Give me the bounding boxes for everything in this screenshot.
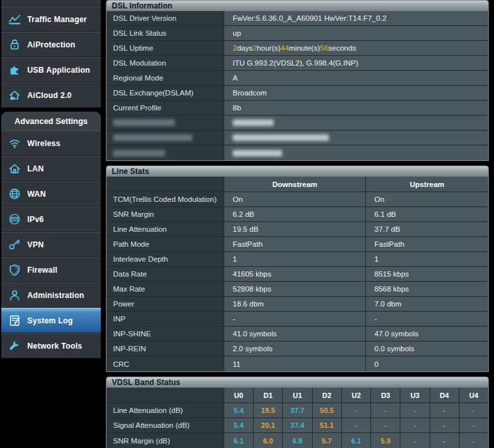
upstream-value: 7.0 dbm: [366, 297, 488, 311]
sidebar-item-label: System Log: [27, 316, 73, 325]
upstream-value: 47.0 symbols: [366, 327, 488, 341]
redacted-label-bar: [113, 150, 165, 156]
table-row: Data Rate41605 kbps8515 kbps: [107, 267, 488, 282]
lock-icon: [1, 38, 27, 51]
stat-label: INP-SHINE: [107, 327, 224, 341]
sidebar: Traffic Manager AiProtection USB Ap: [1, 0, 101, 358]
stat-label: SNR Margin (dB): [107, 433, 224, 448]
stat-label: CRC: [107, 356, 224, 371]
stat-value: 8b: [224, 101, 488, 115]
redacted-value-bar: [233, 119, 274, 126]
band-column-header: U0: [224, 388, 254, 403]
line-stats-header-row: Downstream Upstream: [107, 177, 488, 192]
uptime-number: 44: [281, 44, 289, 52]
table-row: Power18.6 dbm7.0 dbm: [107, 297, 488, 312]
table-row: TCM(Trellis Coded Modulation)OnOn: [107, 192, 488, 207]
ipv6-globe-icon: IPv6: [1, 212, 27, 226]
dsl-information-table: DSL Driver VersionFwVer:5.6.36.0_A_A6090…: [107, 11, 488, 160]
band-value: 51.1: [313, 418, 342, 432]
upstream-value: 0: [366, 356, 488, 371]
band-value: -: [342, 403, 371, 417]
sidebar-item-label: AiCloud 2.0: [27, 91, 72, 100]
table-row: [107, 116, 488, 131]
redacted-label-bar: [113, 119, 175, 126]
upstream-value: FastPath: [366, 237, 488, 251]
upstream-value: -: [366, 312, 488, 326]
sidebar-item-label: Firewall: [27, 266, 57, 275]
line-stats-table: TCM(Trellis Coded Modulation)OnOnSNR Mar…: [107, 192, 488, 371]
band-value: -: [430, 418, 460, 432]
band-value: -: [371, 403, 400, 417]
stat-label: DSL Driver Version: [107, 11, 224, 25]
downstream-value: 19.5 dB: [224, 222, 366, 236]
key-icon: [1, 238, 27, 251]
band-value: 5.9: [371, 433, 400, 448]
band-value: 37.4: [283, 418, 312, 432]
sidebar-item-lan[interactable]: LAN: [1, 156, 101, 181]
band-value: -: [400, 418, 430, 432]
sidebar-item-usb-application[interactable]: USB Application: [1, 57, 101, 82]
band-value: 19.5: [254, 403, 283, 417]
uptime-unit: seconds: [328, 44, 356, 52]
downstream-value: 18.6 dbm: [224, 297, 366, 311]
downstream-value: 1: [224, 252, 366, 266]
sidebar-item-wireless[interactable]: Wireless: [1, 131, 101, 156]
table-row: [107, 131, 488, 145]
stat-label: DSL Link Status: [107, 26, 224, 40]
sidebar-item-administration[interactable]: Administration: [1, 282, 101, 308]
upstream-value: 0.0 symbols: [366, 342, 488, 356]
downstream-value: On: [224, 192, 366, 206]
table-row: INP--: [107, 312, 488, 327]
table-row: Signal Attenuation (dB)5.420.137.451.1--…: [107, 418, 488, 433]
table-row: DSL ModulationITU G.993.2(VDSL2), G.998.…: [107, 56, 488, 71]
band-value: 37.7: [283, 403, 312, 417]
sidebar-item-firewall[interactable]: Firewall: [1, 257, 101, 282]
sidebar-item-system-log[interactable]: System Log: [1, 308, 101, 333]
sidebar-general-section: Traffic Manager AiProtection USB Ap: [1, 0, 101, 108]
sidebar-item-vpn[interactable]: VPN: [1, 232, 101, 257]
stat-label: DSL Modulation: [107, 56, 224, 70]
sidebar-item-label: Wireless: [27, 139, 60, 148]
sidebar-item-aicloud[interactable]: AiCloud 2.0: [1, 82, 101, 108]
sidebar-item-label: VPN: [27, 240, 44, 249]
band-value: 5.4: [224, 403, 254, 417]
stat-label: [107, 131, 224, 145]
table-row: [107, 145, 488, 160]
sidebar-item-ipv6[interactable]: IPv6 IPv6: [1, 206, 101, 232]
person-icon: [1, 288, 27, 302]
stat-label: INP: [107, 312, 224, 326]
sidebar-item-label: Traffic Manager: [27, 15, 87, 24]
table-row: INP-REIN2.0 symbols0.0 symbols: [107, 342, 488, 356]
sidebar-item-network-tools[interactable]: Network Tools: [1, 333, 101, 358]
band-value: -: [460, 403, 488, 417]
uptime-unit: days: [237, 44, 252, 52]
table-row: CRC110: [107, 356, 488, 371]
band-value: -: [342, 418, 371, 432]
upstream-column-header: Upstream: [366, 177, 488, 192]
band-value: -: [400, 403, 430, 417]
table-row: DSL Uptime2 days 2 hour(s) 44 minute(s) …: [107, 41, 488, 56]
stat-value: [224, 116, 488, 130]
table-row: SNR Margin6.2 dB6.1 dB: [107, 207, 488, 222]
band-value: 5.4: [224, 418, 254, 432]
sidebar-item-traffic-manager[interactable]: Traffic Manager: [1, 6, 101, 32]
band-value: -: [400, 433, 430, 448]
table-row: Path ModeFastPathFastPath: [107, 237, 488, 252]
band-value: 6.1: [224, 433, 254, 448]
puzzle-icon: [1, 63, 27, 77]
stat-label: Current Profile: [107, 101, 224, 115]
sidebar-item-aiprotection[interactable]: AiProtection: [1, 32, 101, 57]
line-stats-header-spacer: [107, 177, 224, 192]
band-column-header: D2: [313, 388, 342, 403]
home-icon: [1, 162, 27, 175]
stat-label: Signal Attenuation (dB): [107, 418, 224, 432]
sidebar-item-partial[interactable]: [1, 0, 101, 6]
band-column-header: D3: [371, 388, 400, 403]
downstream-value: 52808 kbps: [224, 282, 366, 296]
band-column-header: U1: [283, 388, 312, 403]
stat-label: Path Mode: [107, 237, 224, 251]
stat-value: [224, 131, 488, 145]
table-row: Current Profile8b: [107, 101, 488, 116]
vdsl-band-header-row: U0D1U1D2U2D3U3D4U4: [107, 388, 488, 403]
sidebar-item-wan[interactable]: WAN: [1, 181, 101, 206]
